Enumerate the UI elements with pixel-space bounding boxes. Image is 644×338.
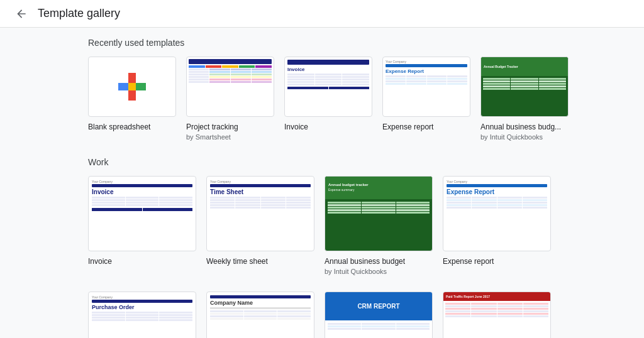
back-button[interactable]: [15, 8, 28, 20]
recently-used-title: Recently used templates: [88, 38, 556, 48]
template-thumb-annual-work: Annual budget trackerExpense summary: [325, 176, 433, 251]
template-blank[interactable]: Blank spreadsheet: [88, 57, 176, 142]
template-project-tracking[interactable]: Project tracking by Smartsheet: [186, 57, 274, 142]
template-annual-work[interactable]: Annual budget trackerExpense summary Ann…: [325, 176, 433, 276]
svg-rect-3: [118, 83, 128, 90]
template-crm[interactable]: CRM REPORT CRM REPORT: [325, 292, 433, 338]
template-thumb-project: [186, 57, 274, 117]
recently-used-section: Recently used templates Blank spreadshee…: [88, 38, 556, 142]
page-title: Template gallery: [38, 7, 120, 20]
template-name-expense-work: Expense report: [443, 256, 551, 267]
template-thumb-invoice: Invoice: [284, 57, 372, 117]
template-thumb-invoice-work: Your Company Invoice: [88, 176, 196, 251]
template-invoice-recent[interactable]: Invoice Invoice: [284, 57, 372, 142]
template-expense-recent[interactable]: Your Company Expense Report Expense repo…: [382, 57, 470, 142]
template-name-invoice-work: Invoice: [88, 256, 196, 267]
template-thumb-timesheet: Your Company Time Sheet: [206, 176, 314, 251]
svg-rect-2: [128, 83, 136, 90]
google-plus-icon: [113, 68, 151, 106]
template-thumb-traffic: Paid Traffic Report June 2017: [443, 292, 551, 338]
work-row-2: Your Company Purchase Order Purchase Ord…: [88, 292, 556, 338]
template-thumb-expense-work: Your Company Expense Report: [443, 176, 551, 251]
template-company[interactable]: Company Name Company Name: [206, 292, 314, 338]
recently-used-row: Blank spreadsheet: [88, 57, 556, 142]
template-thumb-annual: Annual Budget Tracker: [480, 57, 569, 117]
template-traffic[interactable]: Paid Traffic Report June 2017 Paid Traff…: [443, 292, 551, 338]
template-invoice-work[interactable]: Your Company Invoice Invoice: [88, 176, 196, 276]
template-thumb-company: Company Name: [206, 292, 314, 338]
template-timesheet-work[interactable]: Your Company Time Sheet Weekly time shee…: [206, 176, 314, 276]
template-purchase[interactable]: Your Company Purchase Order Purchase Ord…: [88, 292, 196, 338]
work-title: Work: [88, 157, 556, 167]
template-name-expense-recent: Expense report: [382, 122, 470, 133]
template-name-invoice-recent: Invoice: [284, 122, 372, 133]
template-author-annual-work: by Intuit Quickbooks: [325, 267, 433, 276]
template-name-blank: Blank spreadsheet: [88, 122, 176, 133]
template-author-annual-recent: by Intuit Quickbooks: [480, 133, 569, 142]
header: Template gallery: [0, 0, 644, 28]
template-annual-recent[interactable]: Annual Budget Tracker Annual business bu…: [480, 57, 569, 142]
template-name-timesheet: Weekly time sheet: [206, 256, 314, 267]
template-thumb-blank: [88, 57, 176, 117]
main-content: Recently used templates Blank spreadshee…: [0, 28, 644, 338]
template-expense-work[interactable]: Your Company Expense Report Expense repo…: [443, 176, 551, 276]
template-name-project: Project tracking: [186, 122, 274, 133]
template-thumb-expense: Your Company Expense Report: [382, 57, 470, 117]
template-name-annual-recent: Annual business budg...: [480, 122, 569, 133]
template-name-annual-work: Annual business budget: [325, 256, 433, 267]
work-row-1: Your Company Invoice Invoice: [88, 176, 556, 276]
template-author-project: by Smartsheet: [186, 133, 274, 142]
template-thumb-crm: CRM REPORT: [325, 292, 433, 338]
work-section: Work Your Company Invoice: [88, 157, 556, 338]
template-thumb-purchase: Your Company Purchase Order: [88, 292, 196, 338]
